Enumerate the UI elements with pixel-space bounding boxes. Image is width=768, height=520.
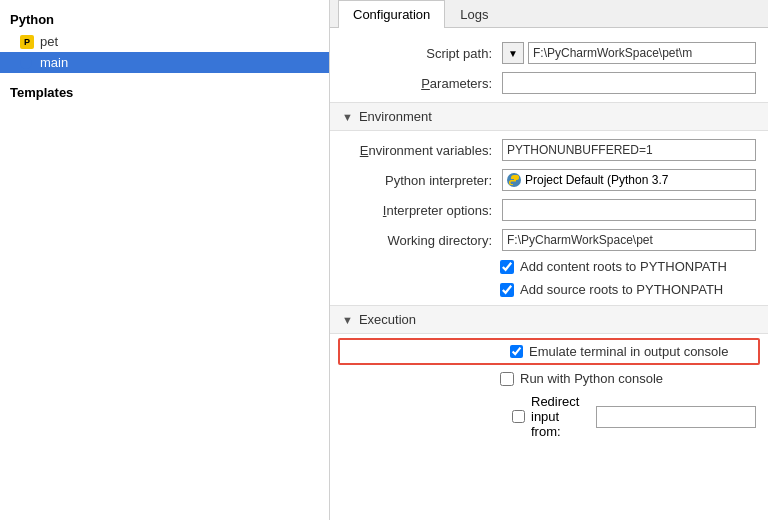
add-source-roots-label: Add source roots to PYTHONPATH: [520, 282, 723, 297]
parameters-input[interactable]: [502, 72, 756, 94]
parameters-label-text: Parameters:: [421, 76, 492, 91]
add-source-roots-row: Add source roots to PYTHONPATH: [330, 278, 768, 301]
working-directory-field: [502, 229, 756, 251]
run-python-console-checkbox[interactable]: [500, 372, 514, 386]
env-variables-row: Environment variables:: [330, 135, 768, 165]
script-path-row: Script path: ▼: [330, 38, 768, 68]
redirect-input-field: Redirect input from:: [342, 394, 756, 439]
redirect-input-input[interactable]: [596, 406, 756, 428]
emulate-terminal-checkbox[interactable]: [510, 345, 523, 358]
tabs-bar: Configuration Logs: [330, 0, 768, 28]
parameters-label: Parameters:: [342, 76, 502, 91]
environment-arrow-icon: ▼: [342, 111, 353, 123]
interpreter-options-input[interactable]: [502, 199, 756, 221]
add-source-roots-checkbox[interactable]: [500, 283, 514, 297]
tree-item-main[interactable]: main: [0, 52, 329, 73]
environment-section-header[interactable]: ▼ Environment: [330, 102, 768, 131]
main-icons: [20, 57, 34, 69]
main-label: main: [40, 55, 68, 70]
pet-icon: P: [20, 35, 34, 49]
execution-section-header[interactable]: ▼ Execution: [330, 305, 768, 334]
blue-dot-icon: [20, 57, 32, 69]
config-content: Script path: ▼ Parameters: ▼ Environment…: [330, 28, 768, 520]
right-panel: Configuration Logs Script path: ▼ Parame…: [330, 0, 768, 520]
execution-section-text: Execution: [359, 312, 416, 327]
add-content-roots-label: Add content roots to PYTHONPATH: [520, 259, 727, 274]
redirect-input-row: Redirect input from:: [330, 390, 768, 443]
python-section-title: Python: [0, 8, 329, 31]
tab-logs[interactable]: Logs: [445, 0, 503, 28]
python-interpreter-label: Python interpreter:: [342, 173, 502, 188]
script-path-dropdown-btn[interactable]: ▼: [502, 42, 524, 64]
tab-configuration[interactable]: Configuration: [338, 0, 445, 28]
script-path-field: ▼: [502, 42, 756, 64]
env-variables-field: [502, 139, 756, 161]
working-directory-row: Working directory:: [330, 225, 768, 255]
add-content-roots-row: Add content roots to PYTHONPATH: [330, 255, 768, 278]
run-python-console-label: Run with Python console: [520, 371, 663, 386]
add-content-roots-checkbox[interactable]: [500, 260, 514, 274]
interpreter-value-text: Project Default (Python 3.7: [525, 173, 668, 187]
python-interpreter-field: Project Default (Python 3.7: [502, 169, 756, 191]
emulate-terminal-row: Emulate terminal in output console: [338, 338, 760, 365]
interpreter-box[interactable]: Project Default (Python 3.7: [502, 169, 756, 191]
python-interpreter-label-text: Python interpreter:: [385, 173, 492, 188]
working-directory-label: Working directory:: [342, 233, 502, 248]
environment-section-text: Environment: [359, 109, 432, 124]
redirect-input-checkbox[interactable]: [512, 410, 525, 423]
interpreter-options-label: Interpreter options:: [342, 203, 502, 218]
parameters-row: Parameters:: [330, 68, 768, 98]
run-python-console-row: Run with Python console: [330, 367, 768, 390]
execution-arrow-icon: ▼: [342, 314, 353, 326]
templates-section-title: Templates: [0, 81, 329, 104]
working-directory-input[interactable]: [502, 229, 756, 251]
env-variables-label-text: Environment variables:: [360, 143, 492, 158]
script-path-label: Script path:: [342, 46, 502, 61]
redirect-input-label: Redirect input from:: [531, 394, 590, 439]
tree-item-pet[interactable]: P pet: [0, 31, 329, 52]
pet-label: pet: [40, 34, 58, 49]
interpreter-options-field: [502, 199, 756, 221]
left-panel: Python P pet main Templates: [0, 0, 330, 520]
python-ball-icon: [507, 173, 521, 187]
parameters-field: [502, 72, 756, 94]
python-interpreter-row: Python interpreter: Project Default (Pyt…: [330, 165, 768, 195]
working-directory-label-text: Working directory:: [387, 233, 492, 248]
script-path-input[interactable]: [528, 42, 756, 64]
interpreter-options-label-text: Interpreter options:: [383, 203, 492, 218]
emulate-terminal-label: Emulate terminal in output console: [529, 344, 728, 359]
env-variables-input[interactable]: [502, 139, 756, 161]
env-variables-label: Environment variables:: [342, 143, 502, 158]
interpreter-options-row: Interpreter options:: [330, 195, 768, 225]
